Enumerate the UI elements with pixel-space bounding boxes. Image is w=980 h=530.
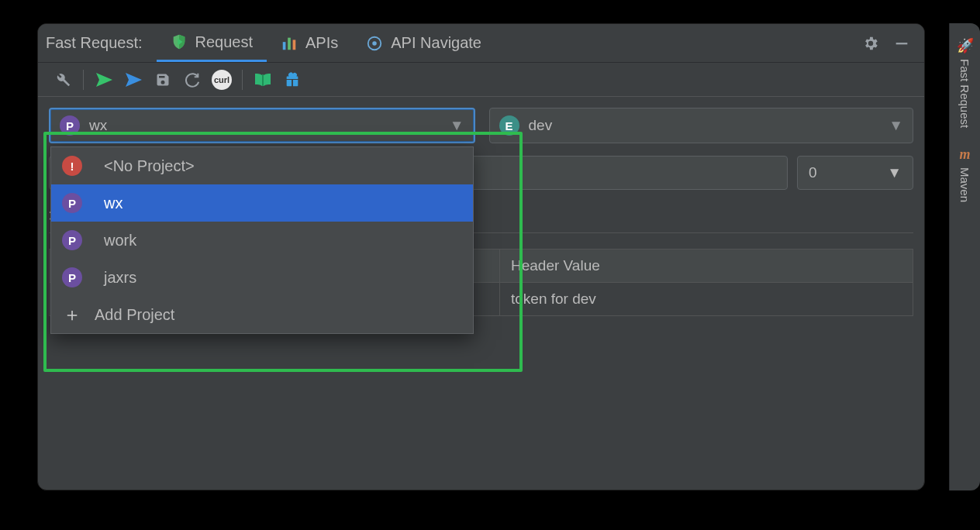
table-header-value: Header Value — [500, 250, 913, 282]
target-icon — [366, 35, 383, 52]
tab-apis[interactable]: APIs — [267, 24, 352, 62]
gift-icon[interactable] — [278, 66, 306, 94]
send-blue-icon[interactable] — [119, 66, 147, 94]
save-icon[interactable] — [149, 66, 177, 94]
gear-icon[interactable] — [862, 35, 879, 52]
exclamation-icon: ! — [62, 156, 82, 176]
project-selected-label: wx — [89, 117, 107, 134]
plus-icon: ＋ — [62, 302, 82, 327]
maven-icon: m — [960, 146, 971, 163]
env-badge-icon: E — [499, 115, 519, 136]
project-option-jaxrs[interactable]: P jaxrs — [51, 259, 473, 296]
chevron-down-icon: ▼ — [887, 164, 902, 181]
bars-icon — [281, 35, 298, 52]
project-selector[interactable]: P wx ▼ ! <No Project> P wx P work — [49, 108, 475, 143]
project-badge-icon: P — [62, 267, 82, 287]
svg-rect-7 — [262, 74, 264, 86]
project-badge-icon: P — [62, 230, 82, 250]
svg-rect-2 — [288, 37, 291, 50]
tab-label: API Navigate — [391, 34, 481, 52]
tab-api-navigate[interactable]: API Navigate — [352, 24, 495, 62]
book-icon[interactable] — [249, 66, 277, 94]
redo-icon[interactable] — [178, 66, 206, 94]
tab-label: Request — [195, 33, 254, 51]
project-option-wx[interactable]: P wx — [51, 184, 473, 222]
send-green-icon[interactable] — [90, 66, 118, 94]
panel-title: Fast Request: — [46, 34, 143, 52]
sidebar-item-maven[interactable]: m Maven — [958, 140, 971, 208]
svg-point-5 — [373, 41, 378, 46]
sidebar-item-fast-request[interactable]: 🚀 Fast Request — [957, 31, 974, 134]
svg-rect-3 — [293, 40, 296, 50]
rocket-icon: 🚀 — [957, 37, 974, 54]
project-option-work[interactable]: P work — [51, 222, 473, 259]
add-project-button[interactable]: ＋ Add Project — [51, 296, 473, 333]
project-badge-icon: P — [62, 193, 82, 213]
curl-icon[interactable]: curl — [208, 66, 236, 94]
wrench-icon[interactable] — [49, 66, 77, 94]
tab-strip: Request APIs API Navigate — [157, 24, 495, 62]
chevron-down-icon: ▼ — [450, 117, 464, 134]
minimize-icon[interactable] — [893, 35, 910, 52]
row-value[interactable]: token for dev — [500, 283, 913, 315]
number-selector[interactable]: 0 ▼ — [797, 156, 913, 190]
env-selected-label: dev — [529, 117, 553, 134]
tab-request[interactable]: Request — [157, 24, 267, 62]
toolbar: curl — [38, 63, 924, 97]
tab-label: APIs — [305, 34, 338, 52]
right-sidebar: 🚀 Fast Request m Maven — [949, 23, 980, 490]
shield-icon — [171, 33, 188, 50]
env-selector[interactable]: E dev ▼ — [489, 108, 914, 143]
svg-rect-6 — [896, 43, 908, 44]
project-option-none[interactable]: ! <No Project> — [51, 147, 473, 184]
chevron-down-icon: ▼ — [889, 117, 903, 134]
svg-rect-1 — [283, 42, 286, 50]
fast-request-panel: Fast Request: Request APIs — [37, 23, 925, 490]
header-bar: Fast Request: Request APIs — [38, 24, 924, 63]
project-dropdown-list: ! <No Project> P wx P work P jaxrs — [50, 146, 474, 334]
content-area: P wx ▼ ! <No Project> P wx P work — [38, 97, 924, 327]
project-badge-icon: P — [60, 115, 80, 136]
